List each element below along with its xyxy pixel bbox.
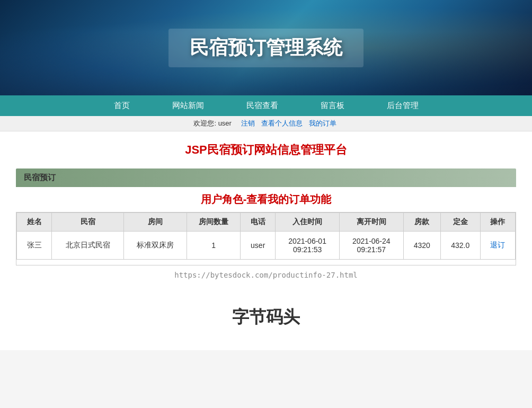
cell-checkout: 2021-06-2409:21:57 xyxy=(339,232,403,260)
cancel-booking-button[interactable]: 退订 xyxy=(490,241,505,250)
table-header-row: 姓名 民宿 房间 房间数量 电话 入住时间 离开时间 房款 定金 操作 xyxy=(17,213,516,232)
nav-admin[interactable]: 后台管理 xyxy=(366,95,440,116)
col-name: 姓名 xyxy=(17,213,52,232)
cell-room: 标准双床房 xyxy=(124,232,187,260)
footer-section: 字节码头 xyxy=(16,285,516,340)
col-count: 房间数量 xyxy=(187,213,240,232)
booking-table: 姓名 民宿 房间 房间数量 电话 入住时间 离开时间 房款 定金 操作 张三 北… xyxy=(16,212,516,260)
banner: 民宿预订管理系统 xyxy=(0,0,532,95)
cell-count: 1 xyxy=(187,232,240,260)
nav-news[interactable]: 网站新闻 xyxy=(151,95,225,116)
my-orders-link[interactable]: 我的订单 xyxy=(309,119,336,127)
section-header: 民宿预订 xyxy=(16,168,516,187)
col-checkin: 入住时间 xyxy=(276,213,340,232)
logout-link[interactable]: 注销 xyxy=(241,119,255,127)
cell-deposit: 432.0 xyxy=(440,232,480,260)
col-phone: 电话 xyxy=(241,213,276,232)
profile-link[interactable]: 查看个人信息 xyxy=(261,119,303,127)
nav-guesthouses[interactable]: 民宿查看 xyxy=(225,95,299,116)
welcome-username: user xyxy=(218,119,232,127)
welcome-bar: 欢迎您: user 注销 查看个人信息 我的订单 xyxy=(0,116,532,131)
table-wrapper: 姓名 民宿 房间 房间数量 电话 入住时间 离开时间 房款 定金 操作 张三 北… xyxy=(16,212,516,265)
cell-phone: user xyxy=(241,232,276,260)
role-notice: 用户角色-查看我的订单功能 xyxy=(16,187,516,212)
cell-name: 张三 xyxy=(17,232,52,260)
col-action: 操作 xyxy=(480,213,515,232)
col-room: 房间 xyxy=(124,213,187,232)
table-row: 张三 北京日式民宿 标准双床房 1 user 2021-06-0109:21:5… xyxy=(17,232,516,260)
watermark-text: https://bytesdock.com/productinfo-27.htm… xyxy=(16,265,516,285)
col-deposit: 定金 xyxy=(440,213,480,232)
page-subtitle: JSP民宿预订网站信息管理平台 xyxy=(16,142,516,158)
nav-home[interactable]: 首页 xyxy=(93,95,151,116)
col-guesthouse: 民宿 xyxy=(52,213,124,232)
main-content: JSP民宿预订网站信息管理平台 民宿预订 用户角色-查看我的订单功能 姓名 民宿… xyxy=(0,131,532,350)
welcome-prefix: 欢迎您: xyxy=(193,119,216,127)
cell-action[interactable]: 退订 xyxy=(480,232,515,260)
booking-section: 民宿预订 用户角色-查看我的订单功能 姓名 民宿 房间 房间数量 电话 入住时间… xyxy=(16,168,516,285)
footer-title: 字节码头 xyxy=(16,306,516,329)
nav-message[interactable]: 留言板 xyxy=(299,95,366,116)
col-checkout: 离开时间 xyxy=(339,213,403,232)
cell-guesthouse: 北京日式民宿 xyxy=(52,232,124,260)
banner-title: 民宿预订管理系统 xyxy=(169,29,363,67)
col-price: 房款 xyxy=(403,213,440,232)
cell-checkin: 2021-06-0109:21:53 xyxy=(276,232,340,260)
main-nav: 首页 网站新闻 民宿查看 留言板 后台管理 xyxy=(0,95,532,116)
cell-price: 4320 xyxy=(403,232,440,260)
